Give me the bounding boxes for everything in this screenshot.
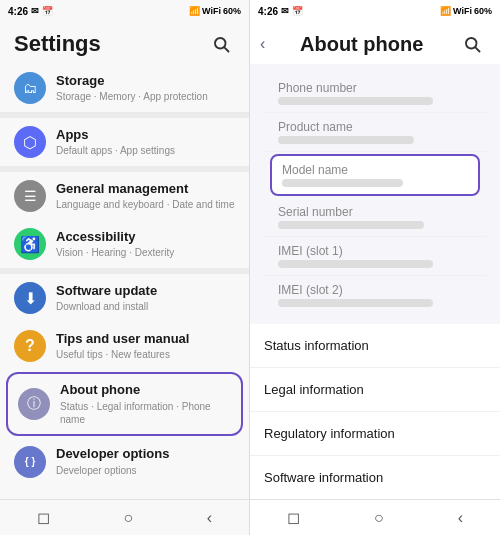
settings-item-tips[interactable]: ? Tips and user manual Useful tips · New… bbox=[0, 322, 249, 370]
nav-recent-right[interactable]: ◻ bbox=[275, 504, 312, 531]
battery-icon: 60% bbox=[223, 6, 241, 16]
apps-icon: ⬡ bbox=[14, 126, 46, 158]
right-panel: 4:26 ✉ 📅 📶 WiFi 60% ‹ About phone Phon bbox=[250, 0, 500, 535]
imei-1-value bbox=[278, 260, 433, 268]
field-imei-1[interactable]: IMEI (slot 1) bbox=[264, 237, 486, 276]
about-icon: ⓘ bbox=[18, 388, 50, 420]
imei-2-value bbox=[278, 299, 433, 307]
time-left: 4:26 bbox=[8, 6, 28, 17]
settings-item-apps[interactable]: ⬡ Apps Default apps · App settings bbox=[0, 118, 249, 166]
storage-title: Storage bbox=[56, 73, 235, 90]
signal-icon-right: 📶 bbox=[440, 6, 451, 16]
settings-item-general[interactable]: ☰ General management Language and keyboa… bbox=[0, 172, 249, 220]
left-panel: 4:26 ✉ 📅 📶 WiFi 60% Settings 🗂 Storage S… bbox=[0, 0, 250, 535]
serial-number-label: Serial number bbox=[278, 205, 472, 219]
settings-item-developer[interactable]: { } Developer options Developer options bbox=[0, 438, 249, 486]
serial-number-value bbox=[278, 221, 424, 229]
back-arrow-icon: ‹ bbox=[260, 35, 265, 53]
nav-bar-left: ◻ ○ ‹ bbox=[0, 499, 249, 535]
imei-1-label: IMEI (slot 1) bbox=[278, 244, 472, 258]
about-subtitle: Status · Legal information · Phone name bbox=[60, 400, 231, 426]
field-model-name[interactable]: Model name bbox=[270, 154, 480, 196]
about-search-button[interactable] bbox=[458, 30, 486, 58]
field-product-name[interactable]: Product name bbox=[264, 113, 486, 152]
field-serial-number[interactable]: Serial number bbox=[264, 198, 486, 237]
time-right: 4:26 bbox=[258, 6, 278, 17]
settings-item-storage[interactable]: 🗂 Storage Storage · Memory · App protect… bbox=[0, 64, 249, 112]
phone-info-section: Phone number Product name Model name Ser… bbox=[250, 64, 500, 324]
nav-home-left[interactable]: ○ bbox=[111, 505, 145, 531]
product-name-value bbox=[278, 136, 414, 144]
model-name-value bbox=[282, 179, 403, 187]
storage-icon: 🗂 bbox=[14, 72, 46, 104]
wifi-icon-right: WiFi bbox=[453, 6, 472, 16]
settings-item-software-update[interactable]: ⬇ Software update Download and install bbox=[0, 274, 249, 322]
status-right: 📶 WiFi 60% bbox=[189, 6, 241, 16]
phone-number-value bbox=[278, 97, 433, 105]
wifi-icon: WiFi bbox=[202, 6, 221, 16]
svg-line-3 bbox=[475, 47, 479, 51]
tips-icon: ? bbox=[14, 330, 46, 362]
settings-item-about[interactable]: ⓘ About phone Status · Legal information… bbox=[6, 372, 243, 436]
accessibility-icon: ♿ bbox=[14, 228, 46, 260]
settings-search-button[interactable] bbox=[207, 30, 235, 58]
settings-title: Settings bbox=[14, 31, 101, 57]
menu-regulatory-info[interactable]: Regulatory information bbox=[250, 412, 500, 456]
menu-legal-info[interactable]: Legal information bbox=[250, 368, 500, 412]
nav-recent-left[interactable]: ◻ bbox=[25, 504, 62, 531]
about-info-list: Phone number Product name Model name Ser… bbox=[250, 64, 500, 499]
msg-icon-right: ✉ bbox=[281, 6, 289, 16]
field-phone-number[interactable]: Phone number bbox=[264, 74, 486, 113]
storage-subtitle: Storage · Memory · App protection bbox=[56, 90, 235, 103]
settings-header: Settings bbox=[0, 22, 249, 64]
general-subtitle: Language and keyboard · Date and time bbox=[56, 198, 235, 211]
phone-number-label: Phone number bbox=[278, 81, 472, 95]
about-title: About phone bbox=[60, 382, 231, 399]
software-update-icon: ⬇ bbox=[14, 282, 46, 314]
product-name-label: Product name bbox=[278, 120, 472, 134]
tips-title: Tips and user manual bbox=[56, 331, 235, 348]
about-phone-title: About phone bbox=[300, 33, 423, 56]
developer-subtitle: Developer options bbox=[56, 464, 235, 477]
imei-2-label: IMEI (slot 2) bbox=[278, 283, 472, 297]
nav-back-left[interactable]: ‹ bbox=[195, 505, 224, 531]
developer-icon: { } bbox=[14, 446, 46, 478]
software-update-subtitle: Download and install bbox=[56, 300, 235, 313]
status-left-right: 4:26 ✉ 📅 bbox=[258, 6, 303, 17]
model-name-label: Model name bbox=[282, 163, 468, 177]
calendar-icon: 📅 bbox=[42, 6, 53, 16]
status-bar-right: 4:26 ✉ 📅 📶 WiFi 60% bbox=[250, 0, 500, 22]
field-imei-2[interactable]: IMEI (slot 2) bbox=[264, 276, 486, 314]
back-button[interactable]: ‹ bbox=[260, 35, 265, 53]
settings-list: 🗂 Storage Storage · Memory · App protect… bbox=[0, 64, 249, 499]
nav-bar-right: ◻ ○ ‹ bbox=[250, 499, 500, 535]
nav-back-right[interactable]: ‹ bbox=[446, 505, 475, 531]
status-right-right: 📶 WiFi 60% bbox=[440, 6, 492, 16]
accessibility-subtitle: Vision · Hearing · Dexterity bbox=[56, 246, 235, 259]
software-update-title: Software update bbox=[56, 283, 235, 300]
apps-subtitle: Default apps · App settings bbox=[56, 144, 235, 157]
general-title: General management bbox=[56, 181, 235, 198]
nav-home-right[interactable]: ○ bbox=[362, 505, 396, 531]
status-left: 4:26 ✉ 📅 bbox=[8, 6, 53, 17]
about-phone-header: ‹ About phone bbox=[250, 22, 500, 64]
tips-subtitle: Useful tips · New features bbox=[56, 348, 235, 361]
settings-item-accessibility[interactable]: ♿ Accessibility Vision · Hearing · Dexte… bbox=[0, 220, 249, 268]
svg-line-1 bbox=[224, 47, 228, 51]
battery-right: 60% bbox=[474, 6, 492, 16]
accessibility-title: Accessibility bbox=[56, 229, 235, 246]
menu-software-info[interactable]: Software information bbox=[250, 456, 500, 499]
menu-status-info[interactable]: Status information bbox=[250, 324, 500, 368]
developer-title: Developer options bbox=[56, 446, 235, 463]
msg-icon: ✉ bbox=[31, 6, 39, 16]
apps-title: Apps bbox=[56, 127, 235, 144]
general-icon: ☰ bbox=[14, 180, 46, 212]
calendar-icon-right: 📅 bbox=[292, 6, 303, 16]
signal-icon: 📶 bbox=[189, 6, 200, 16]
status-bar-left: 4:26 ✉ 📅 📶 WiFi 60% bbox=[0, 0, 249, 22]
